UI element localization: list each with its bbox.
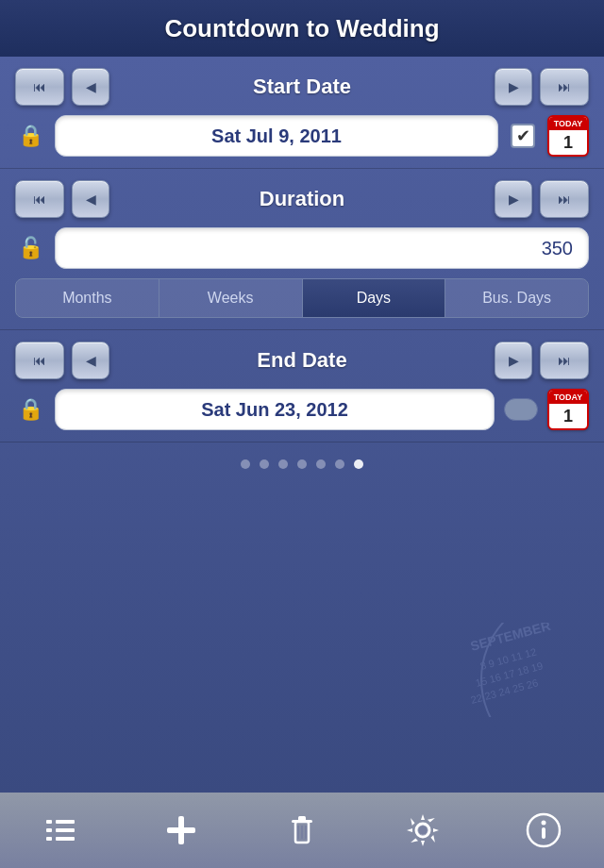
today-label: TODAY xyxy=(549,117,587,130)
duration-back-button[interactable]: ◀ xyxy=(72,180,109,218)
back-icon: ◀ xyxy=(86,79,96,94)
dot-1[interactable] xyxy=(241,459,250,469)
start-date-field[interactable]: Sat Jul 9, 2011 xyxy=(55,115,498,157)
tab-months[interactable]: Months xyxy=(16,279,159,317)
add-button[interactable] xyxy=(153,802,210,859)
dot-2[interactable] xyxy=(260,459,269,469)
trash-icon xyxy=(284,812,320,848)
tab-days[interactable]: Days xyxy=(303,279,446,317)
duration-section: ⏮ ◀ Duration ▶ ⏭ 🔓 350 Months Weeks Days… xyxy=(0,169,604,330)
end-date-nav: ⏮ ◀ End Date ▶ ⏭ xyxy=(15,342,589,379)
start-forward-button[interactable]: ▶ xyxy=(495,68,532,106)
unit-tabs: Months Weeks Days Bus. Days xyxy=(15,278,589,318)
fast-back-icon: ⏮ xyxy=(33,353,46,368)
dot-4[interactable] xyxy=(297,459,307,469)
start-date-section: ⏮ ◀ Start Date ▶ ⏭ 🔒 Sat Jul 9, 2011 ✔ T… xyxy=(0,57,604,169)
tab-weeks[interactable]: Weeks xyxy=(159,279,303,317)
duration-fast-forward-button[interactable]: ⏭ xyxy=(540,180,589,218)
start-fast-forward-button[interactable]: ⏭ xyxy=(540,68,589,106)
duration-fast-back-button[interactable]: ⏮ xyxy=(15,180,64,218)
list-button[interactable] xyxy=(32,802,89,859)
add-icon xyxy=(163,812,199,848)
fast-forward-icon: ⏭ xyxy=(558,192,571,207)
back-icon: ◀ xyxy=(86,192,96,207)
start-date-input-row: 🔒 Sat Jul 9, 2011 ✔ TODAY 1 xyxy=(15,115,589,157)
duration-lock-icon: 🔓 xyxy=(15,233,45,263)
svg-rect-15 xyxy=(298,816,306,821)
page-title: Countdown to Wedding xyxy=(164,14,439,43)
list-icon xyxy=(42,812,78,848)
svg-rect-10 xyxy=(56,837,75,841)
end-date-field[interactable]: Sat Jun 23, 2012 xyxy=(55,389,495,430)
svg-rect-6 xyxy=(56,820,75,824)
end-toggle[interactable] xyxy=(504,398,538,421)
svg-rect-24 xyxy=(542,827,545,839)
end-back-button[interactable]: ◀ xyxy=(72,342,109,379)
dot-6[interactable] xyxy=(335,459,344,469)
info-button[interactable] xyxy=(515,802,572,859)
svg-text:SEPTEMBER: SEPTEMBER xyxy=(469,623,552,654)
today-number: 1 xyxy=(563,130,573,155)
start-back-button[interactable]: ◀ xyxy=(72,68,109,106)
duration-field[interactable]: 350 xyxy=(55,227,589,269)
page-dots xyxy=(0,442,604,486)
tab-bus-days[interactable]: Bus. Days xyxy=(445,279,588,317)
gear-icon xyxy=(405,812,441,848)
fast-back-icon: ⏮ xyxy=(33,79,46,94)
start-checkbox[interactable]: ✔ xyxy=(511,124,535,148)
settings-button[interactable] xyxy=(394,802,451,859)
dot-5[interactable] xyxy=(316,459,326,469)
start-today-button[interactable]: TODAY 1 xyxy=(547,115,589,157)
svg-rect-7 xyxy=(46,828,52,832)
end-date-label: End Date xyxy=(117,348,487,373)
forward-icon: ▶ xyxy=(509,79,519,94)
calendar-watermark: SEPTEMBER 8 9 10 11 12 15 16 17 18 19 22… xyxy=(434,623,604,717)
forward-icon: ▶ xyxy=(509,353,519,368)
svg-point-25 xyxy=(542,821,546,826)
end-fast-forward-button[interactable]: ⏭ xyxy=(540,342,589,379)
bottom-toolbar xyxy=(0,793,604,868)
fast-forward-icon: ⏭ xyxy=(558,79,571,94)
start-fast-back-button[interactable]: ⏮ xyxy=(15,68,64,106)
info-icon xyxy=(526,812,562,848)
fast-back-icon: ⏮ xyxy=(33,192,46,207)
start-lock-icon: 🔒 xyxy=(15,121,45,151)
end-date-section: ⏮ ◀ End Date ▶ ⏭ 🔒 Sat Jun 23, 2012 TODA… xyxy=(0,330,604,442)
svg-rect-8 xyxy=(56,828,75,832)
svg-point-22 xyxy=(419,826,427,834)
forward-icon: ▶ xyxy=(509,192,519,207)
end-fast-back-button[interactable]: ⏮ xyxy=(15,342,64,379)
svg-rect-5 xyxy=(46,820,52,824)
fast-forward-icon: ⏭ xyxy=(558,353,571,368)
start-checkbox-wrapper[interactable]: ✔ xyxy=(508,121,538,151)
svg-rect-9 xyxy=(46,837,52,841)
dot-3[interactable] xyxy=(278,459,288,469)
end-lock-icon: 🔒 xyxy=(15,394,45,425)
end-forward-button[interactable]: ▶ xyxy=(495,342,532,379)
duration-label: Duration xyxy=(117,187,487,211)
svg-rect-12 xyxy=(167,827,195,833)
end-date-input-row: 🔒 Sat Jun 23, 2012 TODAY 1 xyxy=(15,389,589,430)
duration-forward-button[interactable]: ▶ xyxy=(495,180,532,218)
duration-input-row: 🔓 350 xyxy=(15,227,589,269)
duration-nav: ⏮ ◀ Duration ▶ ⏭ xyxy=(15,180,589,218)
dot-7[interactable] xyxy=(354,459,363,469)
delete-button[interactable] xyxy=(274,802,330,859)
start-date-nav: ⏮ ◀ Start Date ▶ ⏭ xyxy=(15,68,589,106)
back-icon: ◀ xyxy=(86,353,96,368)
start-date-label: Start Date xyxy=(117,75,487,99)
end-today-button[interactable]: TODAY 1 xyxy=(547,389,589,430)
today-number: 1 xyxy=(563,404,573,428)
today-label: TODAY xyxy=(549,391,587,404)
